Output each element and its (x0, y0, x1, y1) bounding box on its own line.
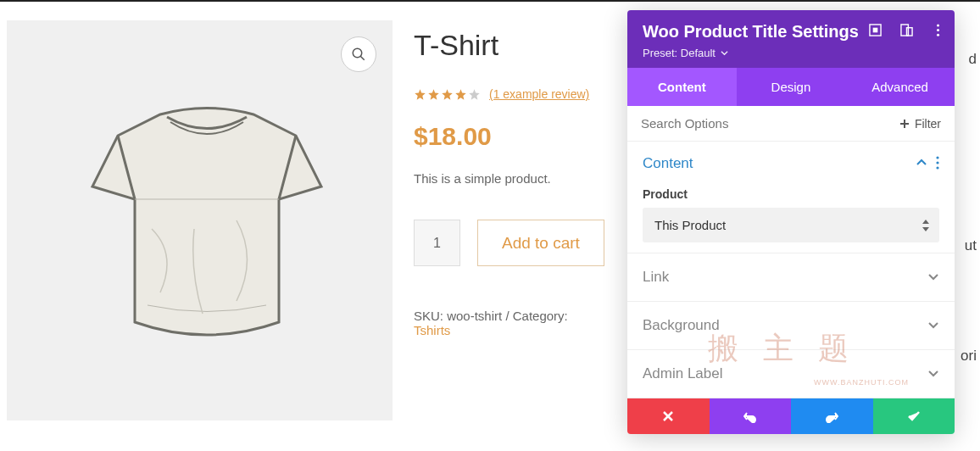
tab-content[interactable]: Content (627, 68, 737, 106)
obscured-text: ori (961, 348, 977, 365)
close-button[interactable] (627, 398, 710, 434)
search-row: Filter (627, 106, 955, 142)
rating-row: (1 example review) (414, 87, 607, 101)
tab-design[interactable]: Design (737, 68, 846, 106)
product-summary: T-Shirt (1 example review) $18.00 This i… (414, 20, 607, 420)
product-title: T-Shirt (414, 29, 607, 62)
product-field-label: Product (643, 187, 939, 201)
svg-point-6 (937, 24, 939, 26)
chevron-down-icon (927, 270, 939, 285)
section-link-header[interactable]: Link (643, 269, 939, 286)
filter-button[interactable]: Filter (899, 117, 941, 131)
section-content: Content Product This Product (627, 142, 955, 253)
svg-point-12 (936, 161, 938, 164)
filter-label: Filter (915, 117, 941, 131)
svg-point-8 (937, 34, 939, 36)
add-to-cart-row: Add to cart (414, 220, 607, 266)
quantity-input[interactable] (414, 220, 460, 266)
section-background-title: Background (643, 317, 720, 334)
obscured-text: d (969, 51, 977, 68)
product-meta: SKU: woo-tshirt / Category: Tshirts (414, 309, 607, 337)
plus-icon (899, 119, 910, 129)
responsive-icon[interactable] (900, 24, 913, 36)
section-link-title: Link (643, 269, 669, 286)
caret-down-icon (721, 49, 728, 57)
section-admin-title: Admin Label (643, 365, 723, 382)
undo-icon (743, 409, 757, 423)
section-more-icon[interactable] (936, 156, 939, 172)
star-rating (414, 88, 481, 101)
save-button[interactable] (873, 398, 955, 434)
check-icon (907, 409, 921, 423)
sku-label: SKU: (414, 309, 443, 323)
panel-tabs: Content Design Advanced (627, 68, 955, 106)
expand-icon[interactable] (869, 24, 882, 36)
obscured-text: ut (965, 237, 977, 254)
svg-rect-3 (873, 28, 878, 33)
category-label: Category: (513, 309, 568, 323)
sort-icon (922, 220, 929, 231)
svg-rect-5 (907, 28, 913, 36)
section-background-header[interactable]: Background (643, 317, 939, 334)
product-select[interactable]: This Product (643, 208, 939, 242)
preset-label: Preset: Default (643, 47, 716, 59)
chevron-down-icon (927, 319, 939, 333)
product-image (67, 102, 347, 356)
redo-button[interactable] (791, 398, 873, 434)
svg-point-13 (936, 166, 938, 169)
panel-header[interactable]: Woo Product Title Settings Preset: Defau… (627, 10, 955, 68)
section-link: Link (627, 253, 955, 302)
product-area: T-Shirt (1 example review) $18.00 This i… (7, 20, 607, 420)
review-link[interactable]: (1 example review) (489, 87, 589, 101)
section-admin-label: Admin Label (627, 350, 955, 398)
section-content-title: Content (643, 155, 693, 172)
svg-point-11 (936, 156, 938, 159)
chevron-down-icon (927, 367, 939, 381)
redo-icon (825, 409, 838, 423)
section-background: Background (627, 302, 955, 350)
product-select-input[interactable]: This Product (643, 208, 939, 242)
close-icon (661, 409, 675, 423)
panel-footer (627, 398, 955, 434)
tab-advanced[interactable]: Advanced (845, 68, 955, 106)
zoom-button[interactable] (341, 36, 376, 72)
svg-point-7 (937, 29, 939, 31)
undo-button[interactable] (710, 398, 792, 434)
product-price: $18.00 (414, 122, 607, 151)
section-admin-header[interactable]: Admin Label (643, 365, 939, 382)
svg-line-1 (360, 56, 365, 60)
section-content-header[interactable]: Content (643, 155, 939, 172)
settings-panel: Woo Product Title Settings Preset: Defau… (627, 10, 955, 434)
more-icon[interactable] (932, 24, 944, 36)
svg-point-0 (353, 48, 362, 58)
preset-selector[interactable]: Preset: Default (643, 47, 939, 59)
short-description: This is a simple product. (414, 171, 607, 186)
sku-value: woo-tshirt (447, 309, 502, 323)
search-input[interactable] (641, 116, 899, 131)
category-link[interactable]: Tshirts (414, 323, 450, 337)
chevron-up-icon (916, 157, 927, 171)
product-gallery[interactable] (7, 20, 393, 420)
magnifier-icon (351, 47, 366, 62)
add-to-cart-button[interactable]: Add to cart (477, 220, 604, 266)
